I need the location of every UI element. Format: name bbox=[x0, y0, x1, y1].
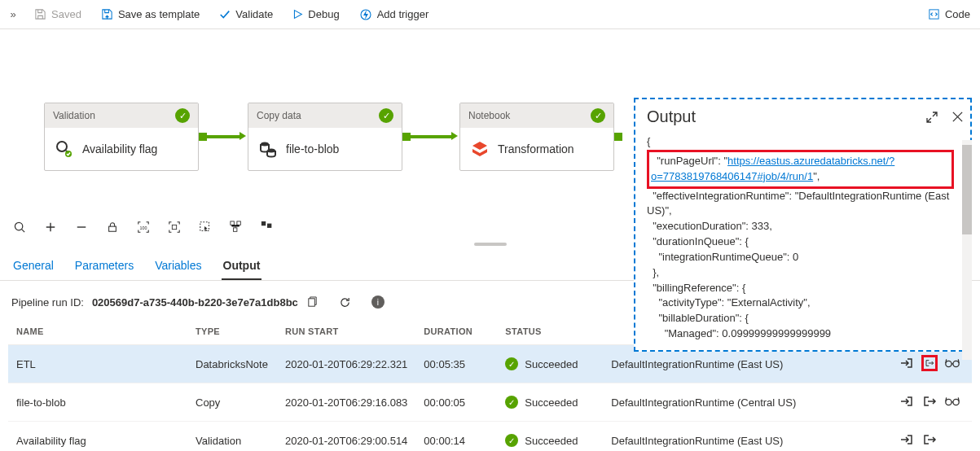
svg-point-17 bbox=[953, 361, 959, 366]
activity-validation[interactable]: Validation ✓ Availability flag bbox=[44, 103, 199, 171]
scrollbar-thumb[interactable] bbox=[962, 145, 972, 234]
activity-copy[interactable]: Copy data ✓ file-to-blob bbox=[248, 103, 402, 171]
output-icon[interactable] bbox=[921, 355, 938, 371]
cell-status: ✓Succeeded bbox=[497, 345, 603, 383]
save-template-text: Save as template bbox=[118, 8, 200, 20]
validate-button[interactable]: Validate bbox=[211, 5, 281, 24]
output-icon[interactable] bbox=[921, 393, 938, 409]
success-badge-icon: ✓ bbox=[591, 108, 605, 123]
svg-rect-12 bbox=[233, 228, 236, 231]
activity-header: Notebook ✓ bbox=[460, 103, 613, 128]
svg-text:100: 100 bbox=[140, 226, 147, 230]
input-icon[interactable] bbox=[899, 355, 915, 371]
cell-actions bbox=[890, 383, 972, 422]
connector bbox=[411, 135, 451, 138]
activity-name: file-to-blob bbox=[286, 142, 339, 155]
col-type[interactable]: TYPE bbox=[187, 318, 277, 345]
top-toolbar: » Saved Save as template Validate Debug … bbox=[0, 0, 980, 29]
svg-point-5 bbox=[267, 149, 275, 153]
save-icon bbox=[34, 8, 46, 20]
code-button[interactable]: Code bbox=[918, 5, 980, 24]
arrange-icon[interactable] bbox=[259, 219, 275, 235]
activity-notebook[interactable]: Notebook ✓ Transformation bbox=[459, 103, 614, 171]
cell-duration: 00:05:35 bbox=[415, 345, 497, 383]
validate-text: Validate bbox=[235, 8, 273, 20]
success-badge-icon: ✓ bbox=[379, 108, 393, 123]
table-row[interactable]: file-to-blobCopy2020-01-20T06:29:16.0830… bbox=[8, 383, 972, 422]
code-text: Code bbox=[945, 8, 970, 20]
connector bbox=[614, 133, 622, 141]
search-tool-icon[interactable] bbox=[11, 219, 28, 235]
col-status[interactable]: STATUS bbox=[497, 318, 603, 345]
svg-rect-13 bbox=[261, 221, 266, 226]
cell-type: DatabricksNote bbox=[187, 345, 277, 383]
svg-rect-7 bbox=[109, 226, 116, 231]
output-json[interactable]: { "runPageUrl": "https://eastus.azuredat… bbox=[647, 134, 964, 342]
svg-point-2 bbox=[57, 142, 67, 151]
expand-icon[interactable] bbox=[925, 111, 938, 124]
refresh-icon[interactable] bbox=[339, 296, 352, 309]
autolayout-icon[interactable] bbox=[228, 219, 244, 235]
zoom-out-icon[interactable] bbox=[73, 219, 90, 235]
tab-variables[interactable]: Variables bbox=[153, 252, 203, 280]
glasses-icon[interactable] bbox=[944, 393, 960, 409]
pipeline-run-id-value: 020569d7-a735-440b-b220-3e7e7a1db8bc bbox=[92, 296, 298, 309]
check-icon bbox=[219, 9, 231, 20]
connector bbox=[402, 133, 411, 141]
json-key1-close: ", bbox=[813, 170, 820, 182]
expand-chevron[interactable]: » bbox=[3, 8, 23, 20]
zoom-in-icon[interactable] bbox=[42, 219, 59, 235]
save-template-icon bbox=[101, 8, 113, 20]
activity-type: Notebook bbox=[468, 110, 510, 121]
svg-point-19 bbox=[953, 399, 959, 405]
success-badge-icon: ✓ bbox=[505, 396, 518, 409]
select-icon[interactable] bbox=[197, 219, 213, 235]
fit-screen-icon[interactable] bbox=[166, 219, 182, 235]
cell-status: ✓Succeeded bbox=[497, 422, 603, 452]
tab-general[interactable]: General bbox=[11, 252, 55, 280]
input-icon[interactable] bbox=[899, 393, 915, 409]
col-run-start[interactable]: RUN START bbox=[277, 318, 415, 345]
cell-actions bbox=[890, 422, 972, 452]
cell-status: ✓Succeeded bbox=[497, 383, 603, 422]
zoom-fit-icon[interactable]: 100 bbox=[135, 219, 152, 235]
glasses-icon[interactable] bbox=[944, 355, 960, 371]
connector-arrow-icon bbox=[451, 132, 458, 140]
copy-icon[interactable] bbox=[306, 296, 319, 309]
play-icon bbox=[292, 9, 303, 20]
table-row[interactable]: Availability flagValidation2020-01-20T06… bbox=[8, 422, 972, 452]
scrollbar-vertical[interactable] bbox=[962, 140, 972, 360]
trigger-icon bbox=[359, 8, 372, 21]
connector bbox=[207, 135, 240, 138]
tab-parameters[interactable]: Parameters bbox=[73, 252, 135, 280]
col-duration[interactable]: DURATION bbox=[415, 318, 497, 345]
save-as-template-button[interactable]: Save as template bbox=[93, 5, 208, 24]
svg-rect-15 bbox=[309, 298, 315, 305]
output-icon[interactable] bbox=[921, 431, 938, 448]
tab-output[interactable]: Output bbox=[222, 252, 262, 280]
success-badge-icon: ✓ bbox=[175, 108, 190, 123]
cell-name: file-to-blob bbox=[8, 383, 187, 422]
code-icon bbox=[928, 8, 940, 20]
col-name[interactable]: NAME bbox=[8, 318, 187, 345]
saved-text: Saved bbox=[51, 8, 81, 20]
add-trigger-text: Add trigger bbox=[377, 8, 429, 20]
debug-text: Debug bbox=[308, 8, 339, 20]
cell-name: Availability flag bbox=[8, 422, 187, 452]
svg-point-18 bbox=[946, 399, 951, 405]
debug-button[interactable]: Debug bbox=[284, 5, 347, 24]
json-key1: "runPageUrl": " bbox=[651, 155, 727, 167]
cell-duration: 00:00:05 bbox=[415, 383, 497, 422]
input-icon[interactable] bbox=[899, 431, 915, 448]
activity-header: Validation ✓ bbox=[45, 103, 198, 128]
svg-point-16 bbox=[946, 361, 951, 366]
activity-name: Transformation bbox=[498, 142, 574, 155]
info-icon[interactable]: i bbox=[371, 296, 385, 309]
lock-icon[interactable] bbox=[104, 219, 121, 235]
add-trigger-button[interactable]: Add trigger bbox=[351, 5, 437, 24]
close-icon[interactable] bbox=[951, 111, 964, 124]
highlighted-url-box: "runPageUrl": "https://eastus.azuredatab… bbox=[647, 150, 954, 189]
cell-type: Copy bbox=[187, 383, 277, 422]
cell-name: ETL bbox=[8, 345, 187, 383]
database-icon bbox=[258, 139, 278, 159]
